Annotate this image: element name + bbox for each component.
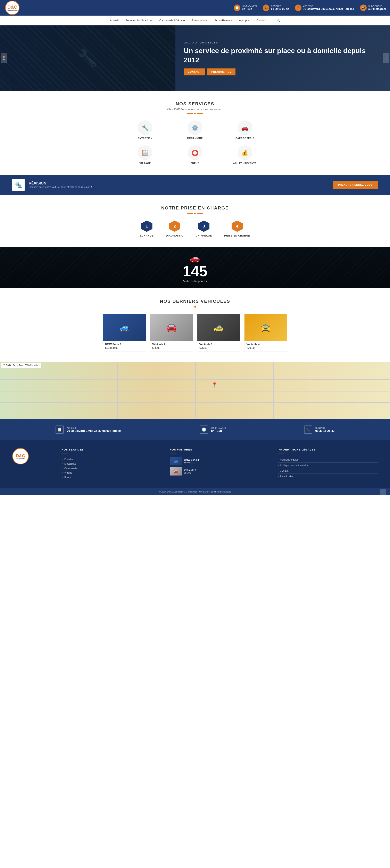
footer-entretien[interactable]: Entretien xyxy=(62,457,162,462)
footer-logo[interactable]: D&C AUTOMOBILES xyxy=(12,448,53,479)
hours-info: 🕐 LUNDI-SAMEDI 8h - 19h xyxy=(234,4,257,11)
vehicle-3-image: 🚕 xyxy=(197,314,240,341)
rdv-button[interactable]: PRENDRE RDV xyxy=(207,68,235,75)
footer-services-title: NOS SERVICES xyxy=(62,448,162,451)
carrosserie-icon: 🚗 xyxy=(238,121,252,135)
counter-content: 🚗 145 Voitures Réparées xyxy=(183,253,207,283)
clock-icon: 🕐 xyxy=(234,4,240,11)
footer-hours: 🕐 LUNDI-SAMEDI 8h - 19h xyxy=(200,426,226,434)
revision-icon: 🔩 xyxy=(12,179,25,191)
social-info[interactable]: 📷 SUIVEZ-NOUS sur Instagram xyxy=(360,4,386,11)
vehicle-4-price: €70.00 xyxy=(247,346,285,349)
hero-next-button[interactable]: › xyxy=(383,53,389,63)
hero-section: 🔧 ‹ D&C AUTOMOBILES Un service de proxim… xyxy=(0,25,390,91)
location-icon: 📍 xyxy=(295,4,301,11)
footer-confidentialite[interactable]: Politique de confidentialité xyxy=(278,463,378,468)
hero-image: 🔧 xyxy=(0,25,175,91)
vehicle-4[interactable]: 🚖 Véhicule 4 €70.00 xyxy=(244,314,287,352)
nav-carrosserie[interactable]: Carrosserie & Vitrage xyxy=(159,18,185,23)
footer: D&C AUTOMOBILES NOS SERVICES Entretien M… xyxy=(0,440,390,488)
services-grid: 🔧 ENTRETIEN ⚙️ MÉCANIQUE 🚗 CARROSSERIE 🪟… xyxy=(123,121,267,164)
map-section: 📍 📍 70 Bd Emile Zola, 78800 Houilles xyxy=(0,362,390,420)
process-title: NOTRE PRISE EN CHARGE xyxy=(8,205,382,211)
footer-address: 📋 ADRESSE 70 Boulevard Emile Zola, 78800… xyxy=(56,426,122,434)
vehicle-2[interactable]: 🚘 Véhicule 2 €85.00 xyxy=(150,314,193,352)
pneus-label: PNEUS xyxy=(191,162,199,164)
vehicle-2-price: €85.00 xyxy=(152,346,191,349)
step-number-1: 1 xyxy=(141,220,153,232)
vehicle-1[interactable]: 🚙 BMW Série 3 €50,000.00 xyxy=(103,314,146,352)
nav-contact[interactable]: Contact xyxy=(256,18,266,23)
service-vitrage[interactable]: 🪟 VITRAGE xyxy=(123,146,167,164)
vehicle-2-image: 🚘 xyxy=(150,314,193,341)
services-subtitle: Chez D&C Automobiles nous vous proposons… xyxy=(8,107,382,111)
step-echange: 1 ÉCHANGE xyxy=(140,220,154,237)
step-label-4: PRISE EN CHARGE xyxy=(224,234,250,237)
footer-vehicle-1-name: BMW Série 3 xyxy=(184,459,199,461)
process-section: NOTRE PRISE EN CHARGE 1 ÉCHANGE 2 DIAGNO… xyxy=(0,195,390,247)
top-bar-info: 🕐 LUNDI-SAMEDI 8h - 19h 📞 CONTACT 01 39 … xyxy=(234,4,386,11)
footer-vehicle-1-thumb: 🚙 xyxy=(170,457,182,465)
bottom-bar: © 2024 D&C Automobiles. Conception : Web… xyxy=(0,488,390,495)
service-carrosserie[interactable]: 🚗 CARROSSERIE xyxy=(223,121,267,140)
revision-text: RÉVISION Confiez-nous votre voiture pour… xyxy=(29,181,92,189)
mecanique-icon: ⚙️ xyxy=(188,121,202,135)
footer-contact-icon: 📞 xyxy=(304,426,312,434)
step-number-3: 3 xyxy=(198,220,209,232)
hero-prev-button[interactable]: ‹ xyxy=(1,53,7,63)
service-achat[interactable]: 💰 ACHAT - REVENTE xyxy=(223,146,267,164)
process-steps: 1 ÉCHANGE 2 DIAGNOSTIC 3 CHIFFRAGE 4 PRI… xyxy=(8,220,382,237)
footer-vitrage[interactable]: Vitrage xyxy=(62,471,162,475)
logo[interactable]: D&C AUTOMOBILES xyxy=(4,2,21,14)
service-mecanique[interactable]: ⚙️ MÉCANIQUE xyxy=(173,121,217,140)
counter-label: Voitures Réparées xyxy=(183,280,207,283)
footer-vehicle-2-thumb: 🚘 xyxy=(170,467,182,475)
nav-apropos[interactable]: A propos xyxy=(238,18,250,23)
vehicles-title: NOS DERNIERS VÉHICULES xyxy=(8,299,382,304)
service-pneus[interactable]: ⭕ PNEUS xyxy=(173,146,217,164)
phone-icon: 📞 xyxy=(263,4,269,11)
nav-achat[interactable]: Achat-Revente xyxy=(214,18,232,23)
footer-vehicle-1-price: €50,000.00 xyxy=(184,461,199,464)
footer-mentions[interactable]: Mentions légales xyxy=(278,457,378,463)
vehicle-1-name: BMW Série 3 xyxy=(105,343,144,346)
footer-mecanique[interactable]: Mécanique xyxy=(62,462,162,466)
pneus-icon: ⭕ xyxy=(188,146,202,160)
achat-label: ACHAT - REVENTE xyxy=(233,162,257,164)
footer-legal-col: INFORMATIONS LÉGALES Mentions légales Po… xyxy=(278,448,378,479)
copyright: © 2024 D&C Automobiles. Conception : Web… xyxy=(159,491,231,493)
contact-button[interactable]: CONTACT xyxy=(184,68,205,75)
step-label-1: ÉCHANGE xyxy=(140,234,154,237)
footer-pneus[interactable]: Pneus xyxy=(62,475,162,479)
services-section: NOS SERVICES Chez D&C Automobiles nous v… xyxy=(0,91,390,175)
achat-icon: 💰 xyxy=(238,146,252,160)
entretien-icon: 🔧 xyxy=(138,121,152,135)
counter-icon: 🚗 xyxy=(190,253,200,263)
step-label-2: DIAGNOSTIC xyxy=(166,234,184,237)
footer-vehicle-1[interactable]: 🚙 BMW Série 3 €50,000.00 xyxy=(170,457,270,465)
service-entretien[interactable]: 🔧 ENTRETIEN xyxy=(123,121,167,140)
vehicle-3-price: €75.00 xyxy=(199,346,238,349)
step-prise: 4 PRISE EN CHARGE xyxy=(224,220,250,237)
vehicles-grid: 🚙 BMW Série 3 €50,000.00 🚘 Véhicule 2 €8… xyxy=(103,314,287,352)
nav-entretien[interactable]: Entretien & Mécanique xyxy=(125,18,153,23)
footer-contact: 📞 CONTACT 01 39 15 25 42 xyxy=(304,426,334,434)
vitrage-icon: 🪟 xyxy=(138,146,152,160)
nav-pneumatique[interactable]: Pneumatique xyxy=(191,18,208,23)
step-number-4: 4 xyxy=(232,220,243,232)
services-title: NOS SERVICES xyxy=(8,101,382,106)
footer-carrosserie[interactable]: Carrosserie xyxy=(62,466,162,471)
vehicle-3[interactable]: 🚕 Véhicule 3 €75.00 xyxy=(197,314,240,352)
nav-accueil[interactable]: Accueil xyxy=(109,18,119,23)
step-label-3: CHIFFRAGE xyxy=(196,234,212,237)
footer-contact-link[interactable]: Contact xyxy=(278,468,378,474)
search-icon[interactable]: 🔍 xyxy=(277,19,281,22)
footer-vehicle-2[interactable]: 🚘 Véhicule 2 €85.00 xyxy=(170,467,270,475)
scroll-top-button[interactable]: ↑ xyxy=(380,489,386,495)
footer-plan[interactable]: Plan du site xyxy=(278,474,378,479)
footer-cars-title: NOS VOITURES xyxy=(170,448,270,451)
map-pin: 📍 xyxy=(212,382,218,388)
revision-rdv-button[interactable]: PRENDRE RENDEZ-VOUS xyxy=(333,181,378,189)
vehicle-3-name: Véhicule 3 xyxy=(199,343,238,346)
counter-section: 🚗 145 Voitures Réparées xyxy=(0,247,390,288)
